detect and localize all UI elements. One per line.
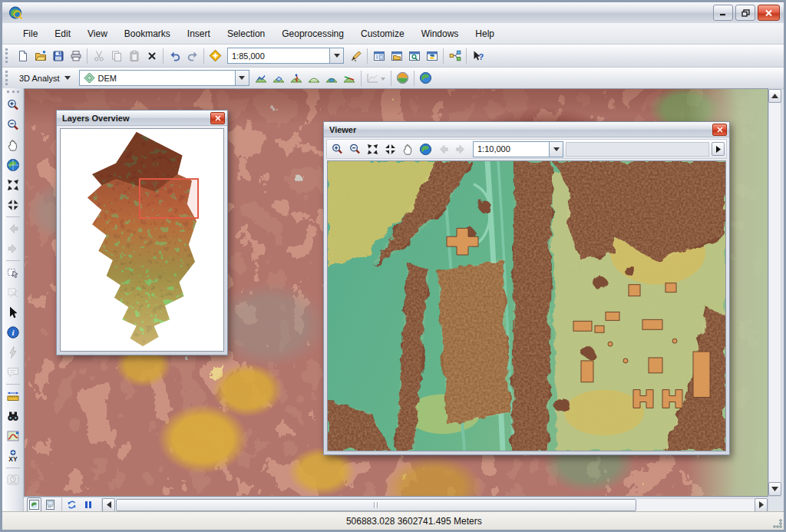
layers-overview-close-button[interactable] xyxy=(210,112,225,124)
scroll-right-button[interactable] xyxy=(755,498,768,512)
toolbar-grip[interactable] xyxy=(7,91,19,93)
restore-button[interactable] xyxy=(735,5,755,21)
go-to-xy-tool[interactable]: XY xyxy=(4,447,22,465)
menu-customize[interactable]: Customize xyxy=(352,25,413,43)
table-of-contents-window-button[interactable] xyxy=(370,47,388,64)
viewer-forward-extent-button[interactable] xyxy=(452,140,470,158)
horizontal-scroll-thumb[interactable] xyxy=(116,499,636,511)
catalog-window-button[interactable] xyxy=(388,47,405,64)
html-popup-tool[interactable] xyxy=(4,363,22,382)
refresh-button[interactable] xyxy=(64,497,79,512)
cut-button[interactable] xyxy=(90,47,107,64)
data-view-button[interactable] xyxy=(27,497,41,512)
zoom-out-tool[interactable] xyxy=(4,116,22,134)
hyperlink-tool[interactable] xyxy=(4,343,22,362)
viewer-scale-dropdown[interactable] xyxy=(549,142,563,157)
menu-windows[interactable]: Windows xyxy=(413,25,467,43)
close-button[interactable] xyxy=(758,5,780,21)
select-features-tool[interactable] xyxy=(4,263,22,282)
python-window-button[interactable] xyxy=(423,47,441,64)
undo-button[interactable] xyxy=(166,47,183,64)
vertical-scrollbar[interactable] xyxy=(768,88,781,497)
layout-view-button[interactable] xyxy=(43,497,58,512)
menu-geoprocessing[interactable]: Geoprocessing xyxy=(273,25,352,43)
select-elements-tool[interactable] xyxy=(4,303,22,322)
toolbar-grip[interactable] xyxy=(5,48,10,63)
new-document-button[interactable] xyxy=(14,47,31,64)
viewer-zoom-in-button[interactable] xyxy=(329,140,346,158)
search-window-button[interactable] xyxy=(405,47,423,64)
scroll-left-button[interactable] xyxy=(102,498,115,512)
pan-tool[interactable] xyxy=(4,136,22,154)
minimize-button[interactable] xyxy=(713,5,733,21)
interpolate-line-button[interactable] xyxy=(253,69,270,87)
menu-insert[interactable]: Insert xyxy=(179,25,219,43)
delete-button[interactable] xyxy=(143,47,160,64)
viewer-close-button[interactable] xyxy=(712,124,727,136)
area-volume-button[interactable] xyxy=(323,69,341,87)
editor-toolbar-button[interactable] xyxy=(347,47,365,64)
map-scale-dropdown[interactable] xyxy=(329,48,343,63)
analyst-layer-dropdown[interactable] xyxy=(235,71,249,85)
interpolate-polygon-button[interactable] xyxy=(270,69,288,87)
paste-button[interactable] xyxy=(125,47,143,64)
zoom-in-tool[interactable] xyxy=(4,96,22,114)
go-back-extent-tool[interactable] xyxy=(4,220,22,238)
viewer-scale-combo[interactable]: 1:10,000 xyxy=(473,141,563,157)
scroll-down-button[interactable] xyxy=(768,482,781,496)
menu-file[interactable]: File xyxy=(15,25,46,43)
menu-help[interactable]: Help xyxy=(467,25,503,43)
find-tool[interactable] xyxy=(4,407,22,425)
open-document-button[interactable] xyxy=(31,47,49,64)
fixed-zoom-in-tool[interactable] xyxy=(4,176,22,194)
redo-button[interactable] xyxy=(183,47,201,64)
menu-edit[interactable]: Edit xyxy=(46,25,79,43)
scroll-up-button[interactable] xyxy=(768,89,781,103)
viewer-pan-button[interactable] xyxy=(399,140,417,158)
horizontal-scrollbar[interactable] xyxy=(101,498,768,512)
menu-view[interactable]: View xyxy=(79,25,116,43)
map-scale-combo[interactable]: 1:85,000 xyxy=(227,48,344,64)
time-slider-tool[interactable] xyxy=(4,471,22,489)
title-bar[interactable] xyxy=(2,2,784,24)
identify-tool[interactable]: i xyxy=(4,323,22,342)
menu-bookmarks[interactable]: Bookmarks xyxy=(116,25,179,43)
fixed-zoom-out-tool[interactable] xyxy=(4,196,22,214)
viewer-zoom-out-button[interactable] xyxy=(346,140,364,158)
modelbuilder-button[interactable] xyxy=(446,47,464,64)
find-route-tool[interactable] xyxy=(4,427,22,445)
viewer-fixed-zoom-in-button[interactable] xyxy=(364,140,381,158)
overview-map[interactable] xyxy=(60,128,224,352)
menu-selection[interactable]: Selection xyxy=(219,25,273,43)
coordinate-readout: 506883.028 3602741.495 Meters xyxy=(346,516,482,527)
full-extent-tool[interactable] xyxy=(4,156,22,174)
copy-button[interactable] xyxy=(107,47,125,64)
go-forward-extent-tool[interactable] xyxy=(4,240,22,258)
toolbar-grip[interactable] xyxy=(5,71,10,85)
viewer-scroll-right-button[interactable] xyxy=(712,142,725,156)
resize-grip[interactable] xyxy=(772,518,782,528)
clear-selection-tool[interactable] xyxy=(4,283,22,302)
viewer-full-extent-button[interactable] xyxy=(417,140,434,158)
arcglobe-button[interactable] xyxy=(417,69,434,87)
viewer-fixed-zoom-out-button[interactable] xyxy=(381,140,399,158)
analyst-menu-button[interactable]: 3D Analyst xyxy=(14,71,76,85)
save-button[interactable] xyxy=(49,47,67,64)
extent-indicator[interactable] xyxy=(140,179,198,218)
locate-steepest-path-button[interactable] xyxy=(288,69,305,87)
pause-drawing-button[interactable] xyxy=(81,497,95,512)
arcscene-button[interactable] xyxy=(394,69,411,87)
viewer-map[interactable] xyxy=(327,160,726,451)
line-of-sight-button[interactable] xyxy=(341,69,358,87)
arcmap-app-icon xyxy=(8,5,23,20)
print-button[interactable] xyxy=(67,47,84,64)
interpolate-contour-button[interactable] xyxy=(305,69,323,87)
viewer-titlebar[interactable]: Viewer xyxy=(324,122,729,137)
viewer-back-extent-button[interactable] xyxy=(434,140,452,158)
analyst-layer-combo[interactable]: DEM xyxy=(79,70,249,86)
layers-overview-titlebar[interactable]: Layers Overview xyxy=(57,111,227,126)
whats-this-help-button[interactable]: ? xyxy=(469,47,487,64)
add-data-button[interactable] xyxy=(206,47,224,64)
measure-tool[interactable] xyxy=(4,387,22,405)
profile-graph-button[interactable] xyxy=(364,69,388,87)
